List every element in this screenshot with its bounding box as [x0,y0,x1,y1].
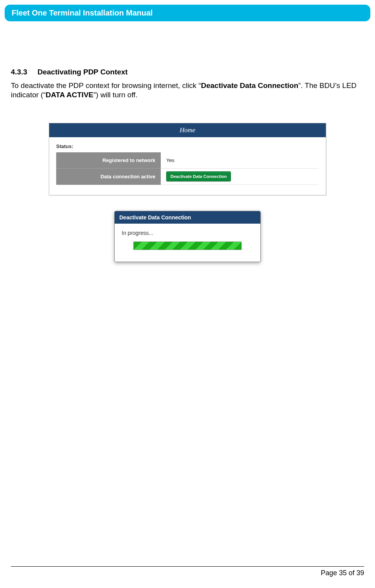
page-footer: Page 35 of 39 [11,566,364,577]
page-content: 4.3.3 Deactivating PDP Context To deacti… [0,21,375,262]
section-title: Deactivating PDP Context [38,68,128,76]
text-run: To deactivate the PDP context for browsi… [11,81,201,90]
status-row: Registered to network Yes [56,152,319,169]
dialog-body: In progress... [115,224,260,262]
home-panel: Home Status: Registered to network Yes D… [49,123,326,195]
status-value: Yes [161,152,319,169]
footer-rule [11,566,364,567]
dialog-message: In progress... [122,230,253,236]
section-heading: 4.3.3 Deactivating PDP Context [11,68,364,76]
status-row: Data connection active Deactivate Data C… [56,169,319,185]
text-run: ”) will turn off. [93,91,138,99]
figure-area: Home Status: Registered to network Yes D… [11,123,364,262]
status-key: Data connection active [56,169,161,185]
doc-header: Fleet One Terminal Installation Manual [5,5,370,21]
home-panel-title: Home [49,123,326,137]
doc-title: Fleet One Terminal Installation Manual [12,9,153,17]
status-key: Registered to network [56,152,161,169]
status-value-cell: Deactivate Data Connection [161,169,319,185]
deactivate-data-connection-button[interactable]: Deactivate Data Connection [166,171,231,181]
dialog-title: Deactivate Data Connection [115,211,260,224]
page-number: Page 35 of 39 [11,569,364,577]
text-bold: Deactivate Data Connection [201,81,298,90]
home-panel-body: Status: Registered to network Yes Data c… [49,137,326,195]
deactivate-dialog: Deactivate Data Connection In progress..… [114,211,261,262]
section-number: 4.3.3 [11,68,27,76]
progress-bar [133,241,242,250]
body-paragraph: To deactivate the PDP context for browsi… [11,81,364,100]
text-bold: DATA ACTIVE [46,91,94,99]
status-label: Status: [56,143,319,149]
